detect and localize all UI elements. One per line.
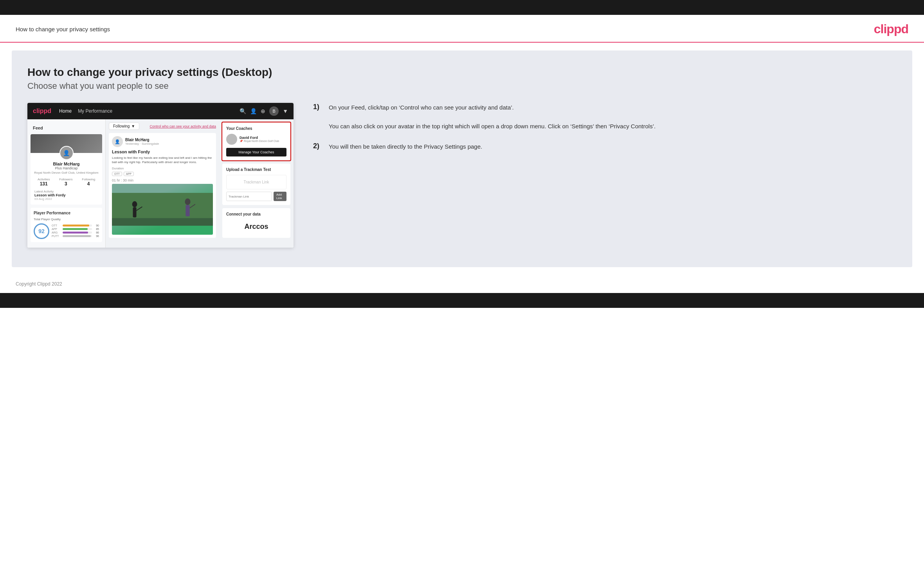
feed-label: Feed xyxy=(27,123,105,133)
app-center-panel: Following ▼ Control who can see your act… xyxy=(106,119,219,248)
profile-stats: Activities 131 Followers 3 Following 4 xyxy=(31,178,102,187)
user-icon[interactable]: 👤 xyxy=(250,108,257,114)
avatar: 👤 xyxy=(59,146,74,160)
profile-club: Royal North Devon Golf Club, United King… xyxy=(31,171,102,174)
connect-title: Connect your data xyxy=(226,212,286,216)
app-right-panel: Your Coaches David Ford 📌 Royal North De… xyxy=(219,119,294,248)
footer: Copyright Clippd 2022 xyxy=(0,275,924,293)
tag-ott: OTT xyxy=(112,172,122,176)
instructions-panel: 1) On your Feed, click/tap on ‘Control w… xyxy=(309,103,897,162)
app-screenshot: clippd Home My Performance 🔍 👤 ⊕ B ▼ Fee… xyxy=(27,103,294,248)
search-icon[interactable]: 🔍 xyxy=(240,108,246,114)
plus-icon[interactable]: ⊕ xyxy=(261,108,265,114)
bar-arg: ARG 86 xyxy=(52,231,99,234)
coach-avatar xyxy=(226,134,237,145)
trackman-title: Upload a Trackman Test xyxy=(226,167,286,172)
footer-text: Copyright Clippd 2022 xyxy=(16,281,62,287)
nav-my-performance[interactable]: My Performance xyxy=(78,108,112,114)
main-subtitle: Choose what you want people to see xyxy=(27,81,897,91)
feed-post: 👤 Blair McHarg Yesterday · Sunningdale L… xyxy=(109,133,216,238)
instruction-text-1: On your Feed, click/tap on ‘Control who … xyxy=(329,103,656,131)
post-duration-label: Duration xyxy=(112,167,213,170)
coach-club: 📌 Royal North Devon Golf Club xyxy=(240,140,279,143)
manage-coaches-button[interactable]: Manage Your Coaches xyxy=(226,148,286,156)
instruction-1: 1) On your Feed, click/tap on ‘Control w… xyxy=(313,103,897,131)
top-bar xyxy=(0,0,924,15)
svg-point-2 xyxy=(132,201,137,207)
svg-rect-6 xyxy=(186,205,189,216)
app-nav-icons: 🔍 👤 ⊕ B ▼ xyxy=(240,106,288,116)
svg-rect-3 xyxy=(133,207,137,217)
app-left-panel: Feed 👤 Blair McHarg Plus Handicap Royal … xyxy=(27,119,106,248)
bar-app: APP 85 xyxy=(52,228,99,230)
avatar-button[interactable]: B xyxy=(269,106,279,116)
coach-name: David Ford xyxy=(240,136,279,140)
nav-home[interactable]: Home xyxy=(59,108,72,114)
trackman-card: Upload a Trackman Test Trackman Link Add… xyxy=(222,164,290,205)
instruction-2: 2) You will then be taken directly to th… xyxy=(313,142,897,151)
chevron-down-icon[interactable]: ▼ xyxy=(283,108,288,114)
location-icon: 📌 xyxy=(240,140,243,142)
app-logo: clippd xyxy=(33,108,51,115)
header-title: How to change your privacy settings xyxy=(16,26,110,32)
score-circle: 92 xyxy=(34,223,49,239)
logo: clippd xyxy=(874,22,908,36)
main-content: How to change your privacy settings (Des… xyxy=(12,50,912,267)
post-avatar: 👤 xyxy=(112,136,123,147)
coaches-section: Your Coaches David Ford 📌 Royal North De… xyxy=(222,122,290,160)
post-header: 👤 Blair McHarg Yesterday · Sunningdale xyxy=(112,136,213,147)
coach-row: David Ford 📌 Royal North Devon Golf Club xyxy=(226,134,286,145)
add-link-button[interactable]: Add Link xyxy=(274,192,286,201)
post-duration-value: 01 hr : 30 min xyxy=(112,178,213,182)
trackman-link-label: Trackman Link xyxy=(226,175,286,189)
instruction-num-2: 2) xyxy=(313,142,324,150)
header-rule xyxy=(0,42,924,43)
coaches-card: Your Coaches David Ford 📌 Royal North De… xyxy=(222,122,290,160)
trackman-input-row: Add Link xyxy=(226,192,286,201)
following-bar: Following ▼ Control who can see your act… xyxy=(109,122,216,130)
stat-following: Following 4 xyxy=(82,178,95,187)
post-meta: Yesterday · Sunningdale xyxy=(125,142,159,146)
bottom-bar xyxy=(0,293,924,308)
profile-card: 👤 Blair McHarg Plus Handicap Royal North… xyxy=(31,134,102,205)
profile-banner: 👤 xyxy=(31,134,102,153)
post-author: Blair McHarg xyxy=(125,138,159,142)
chevron-down-icon: ▼ xyxy=(131,124,135,128)
coaches-title: Your Coaches xyxy=(226,126,286,131)
bar-putt: PUTT 96 xyxy=(52,235,99,237)
post-tags: OTT APP xyxy=(112,172,213,176)
content-row: clippd Home My Performance 🔍 👤 ⊕ B ▼ Fee… xyxy=(27,103,897,248)
tag-app: APP xyxy=(124,172,134,176)
post-title: Lesson with Fordy xyxy=(112,149,213,154)
stat-activities: Activities 131 xyxy=(38,178,50,187)
post-image xyxy=(112,184,213,235)
bar-ott: OTT 90 xyxy=(52,224,99,227)
instruction-num-1: 1) xyxy=(313,103,324,111)
latest-activity: Latest Activity Lesson with Fordy 03 Aug… xyxy=(34,190,98,201)
arccos-logo: Arccos xyxy=(226,219,286,234)
main-title: How to change your privacy settings (Des… xyxy=(27,66,897,79)
app-navbar: clippd Home My Performance 🔍 👤 ⊕ B ▼ xyxy=(27,103,294,119)
post-description: Looking to feel like my hands are exitin… xyxy=(112,156,213,164)
perf-bars: OTT 90 APP 85 ARG xyxy=(52,224,99,238)
control-link[interactable]: Control who can see your activity and da… xyxy=(149,124,216,128)
svg-rect-1 xyxy=(112,218,213,226)
header: How to change your privacy settings clip… xyxy=(0,15,924,42)
instruction-text-2: You will then be taken directly to the P… xyxy=(329,142,482,151)
following-button[interactable]: Following ▼ xyxy=(109,122,139,130)
stat-followers: Followers 3 xyxy=(59,178,72,187)
trackman-input[interactable] xyxy=(226,192,272,201)
connect-card: Connect your data Arccos xyxy=(222,208,290,238)
app-body: Feed 👤 Blair McHarg Plus Handicap Royal … xyxy=(27,119,294,248)
svg-point-5 xyxy=(185,199,190,205)
player-performance: Player Performance Total Player Quality … xyxy=(31,208,102,242)
profile-handicap: Plus Handicap xyxy=(31,166,102,170)
profile-name: Blair McHarg xyxy=(31,162,102,166)
